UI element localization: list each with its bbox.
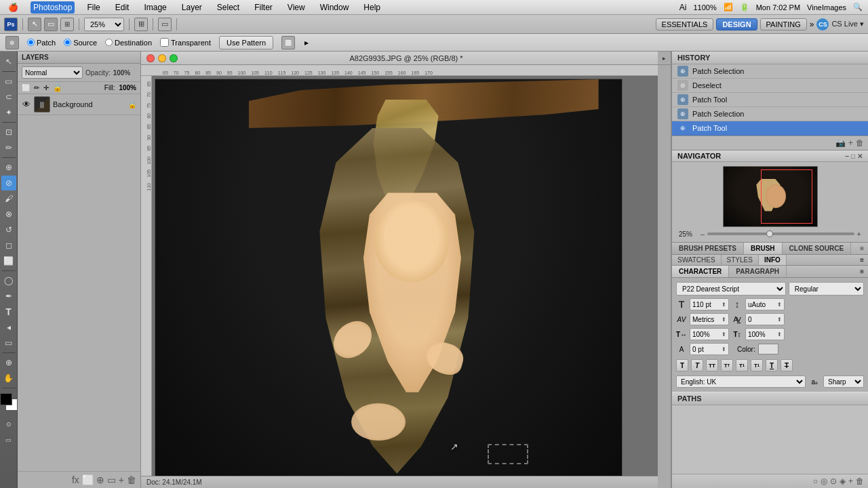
swatches-menu[interactable]: ≡	[856, 255, 868, 265]
allcaps-btn[interactable]: TT	[706, 359, 718, 371]
healing-brush-tool[interactable]: ⊕	[1, 160, 16, 175]
patch-source-radio[interactable]	[27, 39, 35, 46]
brush-tool[interactable]: 🖌	[1, 191, 16, 206]
destination-radio-label[interactable]: Destination	[105, 39, 152, 47]
use-pattern-button[interactable]: Use Pattern	[219, 36, 273, 49]
superscript-btn[interactable]: T1	[736, 359, 748, 371]
character-tab[interactable]: CHARACTER	[672, 266, 729, 277]
navigator-collapse-icon[interactable]: –	[845, 152, 849, 160]
patch-tool[interactable]: ⊘	[1, 176, 16, 190]
move-tool-icon[interactable]: ↖	[28, 18, 41, 31]
path-to-selection-icon[interactable]: ⊙	[830, 476, 837, 486]
expand-icon[interactable]: »	[810, 20, 814, 29]
painting-btn[interactable]: PAINTING	[760, 18, 807, 30]
zoom-select[interactable]: 25% 50% 100%	[84, 18, 124, 31]
history-item[interactable]: ⊘ Deselect	[672, 79, 868, 93]
screen-mode-icon[interactable]: ▭	[158, 18, 172, 31]
destination-radio[interactable]	[105, 39, 113, 46]
search-icon[interactable]: 🔍	[853, 3, 863, 12]
blending-mode-select[interactable]: Normal Multiply Screen	[22, 66, 83, 79]
add-style-icon[interactable]: fx	[72, 474, 79, 485]
pen-tool[interactable]: ✒	[1, 289, 16, 304]
move-tool[interactable]: ↖	[1, 54, 16, 69]
navigator-expand-icon[interactable]: □	[851, 152, 855, 160]
menu-filter[interactable]: Filter	[252, 1, 275, 14]
type-tool[interactable]: T	[1, 304, 16, 319]
menu-select[interactable]: Select	[214, 1, 242, 14]
font-family-select[interactable]: P22 Dearest Script	[676, 282, 786, 296]
marquee-tool-icon[interactable]: ▭	[44, 18, 58, 31]
menu-window[interactable]: Window	[317, 1, 352, 14]
transparent-radio-label[interactable]: Transparent	[160, 38, 211, 47]
new-path-icon[interactable]: +	[848, 476, 853, 486]
marquee-tool[interactable]: ▭	[1, 74, 16, 89]
source-radio[interactable]	[64, 39, 71, 46]
history-item-selected[interactable]: ⊕ Patch Tool	[672, 121, 868, 136]
vertical-scale-input[interactable]: 100% ⬆	[745, 328, 785, 340]
brush-tab[interactable]: BRUSH	[744, 243, 783, 254]
history-item[interactable]: ⊕ Patch Tool	[672, 93, 868, 107]
patch-radio[interactable]: Patch	[27, 39, 56, 47]
group-layers-icon[interactable]: ▭	[107, 474, 116, 485]
underline-btn[interactable]: T	[766, 359, 778, 371]
zoom-tool[interactable]: ⊕	[1, 355, 16, 370]
character-menu[interactable]: ≡	[856, 266, 868, 277]
crop-tool[interactable]: ⊡	[1, 125, 16, 140]
clone-source-tab[interactable]: CLONE SOURCE	[783, 243, 852, 254]
font-size-input[interactable]: 110 pt ⬆	[690, 298, 729, 310]
brush-presets-tab[interactable]: BRUSH PRESETS	[672, 243, 744, 254]
lock-all-icon[interactable]: 🔒	[53, 83, 62, 92]
path-selection-tool[interactable]: ◂	[1, 320, 16, 335]
quick-mask-btn[interactable]: ⊙	[1, 417, 16, 432]
text-color-swatch[interactable]	[758, 344, 778, 354]
close-button[interactable]	[146, 54, 155, 62]
lasso-tool[interactable]: ⊂	[1, 89, 16, 104]
add-mask-icon[interactable]: ⬜	[82, 474, 94, 485]
lock-image-icon[interactable]: ✏	[34, 84, 39, 92]
arrange-icon[interactable]: ⊞	[134, 18, 148, 31]
subscript-btn[interactable]: T1	[751, 359, 763, 371]
essentials-btn[interactable]: ESSENTIALS	[656, 18, 714, 30]
paragraph-tab[interactable]: PARAGRAPH	[729, 266, 787, 277]
kerning-input[interactable]: Metrics ⬆	[690, 313, 729, 325]
styles-tab[interactable]: STYLES	[722, 255, 759, 265]
horizontal-scale-input[interactable]: 100% ⬆	[690, 328, 729, 340]
layer-visibility-eye[interactable]: 👁	[22, 100, 31, 109]
menu-image[interactable]: Image	[141, 1, 169, 14]
history-brush-tool[interactable]: ↺	[1, 222, 16, 237]
delete-layer-icon[interactable]: 🗑	[127, 474, 136, 485]
delete-history-icon[interactable]: 🗑	[856, 138, 864, 148]
canvas-viewport[interactable]: ↗	[152, 76, 671, 476]
navigator-zoom-slider[interactable]	[707, 232, 854, 235]
italic-btn[interactable]: T	[691, 359, 703, 371]
magic-wand-tool[interactable]: ✦	[1, 105, 16, 120]
navigator-zoom-thumb[interactable]	[766, 230, 773, 237]
bold-btn[interactable]: T	[676, 359, 688, 371]
design-btn[interactable]: DESIGN	[716, 18, 757, 30]
fill-path-icon[interactable]: ○	[813, 476, 818, 486]
menu-edit[interactable]: Edit	[113, 1, 132, 14]
menu-layer[interactable]: Layer	[179, 1, 205, 14]
stroke-path-icon[interactable]: ◎	[821, 476, 827, 486]
info-tab[interactable]: INFO	[759, 255, 787, 265]
lock-position-icon[interactable]: ✛	[43, 84, 49, 92]
arrow-icon[interactable]: ▸	[304, 38, 309, 47]
language-select[interactable]: English: UK English: US	[676, 375, 806, 388]
swatches-tab[interactable]: SWATCHES	[672, 255, 722, 265]
new-layer-icon[interactable]: +	[119, 474, 124, 485]
zoom-in-icon[interactable]: +	[857, 230, 861, 238]
minimize-button[interactable]	[158, 54, 166, 62]
leading-input[interactable]: uAuto ⬆	[745, 298, 785, 310]
snapshot-icon[interactable]: 📷	[835, 138, 846, 148]
lock-transparent-icon[interactable]: ⬜	[22, 84, 30, 92]
add-adjustment-icon[interactable]: ⊕	[96, 474, 104, 485]
zoom-out-icon[interactable]: –	[701, 230, 705, 238]
new-document-icon[interactable]: +	[848, 138, 853, 148]
options-icon1[interactable]: ⊞	[60, 18, 74, 31]
antialiasing-select[interactable]: Sharp Crisp Strong Smooth	[823, 375, 864, 388]
menu-view[interactable]: View	[285, 1, 308, 14]
transparent-checkbox[interactable]	[160, 38, 169, 47]
cs-live-label[interactable]: CS Live ▾	[831, 20, 864, 28]
baseline-input[interactable]: 0 pt ⬆	[690, 343, 729, 355]
layer-item-background[interactable]: 👁 ▓ Background 🔒	[18, 94, 140, 115]
